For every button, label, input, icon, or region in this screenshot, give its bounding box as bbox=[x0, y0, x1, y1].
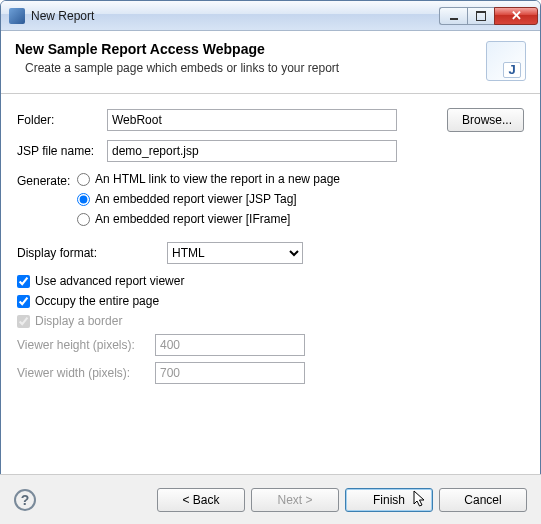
folder-label: Folder: bbox=[17, 113, 107, 127]
radio-label: An embedded report viewer [IFrame] bbox=[95, 212, 290, 226]
check-advanced-viewer[interactable]: Use advanced report viewer bbox=[17, 274, 524, 288]
cancel-button[interactable]: Cancel bbox=[439, 488, 527, 512]
radio-html-link[interactable] bbox=[77, 173, 90, 186]
radio-label: An embedded report viewer [JSP Tag] bbox=[95, 192, 297, 206]
display-format-select[interactable]: HTML bbox=[167, 242, 303, 264]
finish-button[interactable]: Finish bbox=[345, 488, 433, 512]
check-label: Use advanced report viewer bbox=[35, 274, 184, 288]
check-occupy-page[interactable]: Occupy the entire page bbox=[17, 294, 524, 308]
generate-label: Generate: bbox=[17, 172, 77, 226]
page-title: New Sample Report Access Webpage bbox=[15, 41, 486, 57]
window-title: New Report bbox=[31, 9, 439, 23]
viewer-width-input bbox=[155, 362, 305, 384]
display-format-label: Display format: bbox=[17, 246, 157, 260]
generate-option-jsp-tag[interactable]: An embedded report viewer [JSP Tag] bbox=[77, 192, 340, 206]
folder-input[interactable] bbox=[107, 109, 397, 131]
generate-option-iframe[interactable]: An embedded report viewer [IFrame] bbox=[77, 212, 340, 226]
radio-iframe[interactable] bbox=[77, 213, 90, 226]
viewer-height-label: Viewer height (pixels): bbox=[17, 338, 149, 352]
radio-label: An HTML link to view the report in a new… bbox=[95, 172, 340, 186]
close-button[interactable] bbox=[494, 7, 538, 25]
help-icon[interactable]: ? bbox=[14, 489, 36, 511]
browse-button[interactable]: Browse... bbox=[447, 108, 524, 132]
maximize-button[interactable] bbox=[467, 7, 495, 25]
checkbox-advanced[interactable] bbox=[17, 275, 30, 288]
checkbox-occupy[interactable] bbox=[17, 295, 30, 308]
check-label: Display a border bbox=[35, 314, 122, 328]
viewer-height-input bbox=[155, 334, 305, 356]
check-display-border: Display a border bbox=[17, 314, 524, 328]
back-button[interactable]: < Back bbox=[157, 488, 245, 512]
wizard-header: New Sample Report Access Webpage Create … bbox=[1, 31, 540, 94]
radio-jsp-tag[interactable] bbox=[77, 193, 90, 206]
jsp-filename-label: JSP file name: bbox=[17, 144, 107, 158]
generate-option-html-link[interactable]: An HTML link to view the report in a new… bbox=[77, 172, 340, 186]
wizard-icon bbox=[486, 41, 526, 81]
page-subtitle: Create a sample page which embeds or lin… bbox=[25, 61, 486, 75]
titlebar: New Report bbox=[1, 1, 540, 31]
wizard-footer: ? < Back Next > Finish Cancel bbox=[0, 474, 541, 524]
checkbox-border bbox=[17, 315, 30, 328]
viewer-width-label: Viewer width (pixels): bbox=[17, 366, 149, 380]
jsp-filename-input[interactable] bbox=[107, 140, 397, 162]
minimize-button[interactable] bbox=[439, 7, 467, 25]
check-label: Occupy the entire page bbox=[35, 294, 159, 308]
next-button: Next > bbox=[251, 488, 339, 512]
app-icon bbox=[9, 8, 25, 24]
